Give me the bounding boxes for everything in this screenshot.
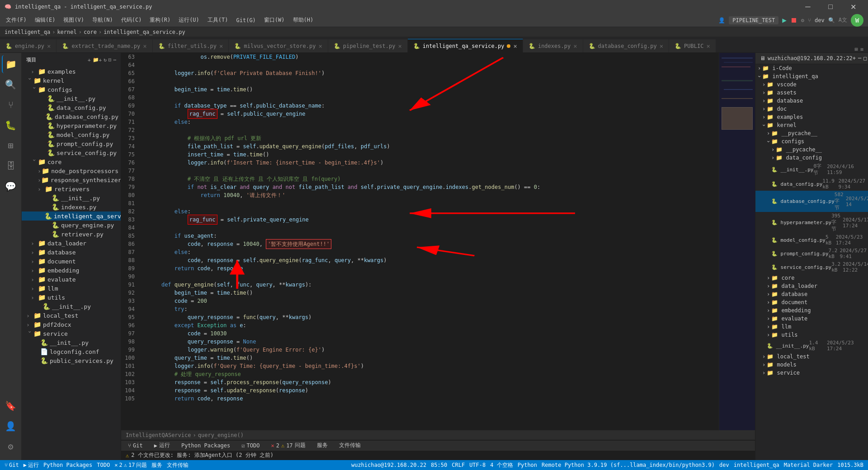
- menu-window[interactable]: 窗口(W): [260, 15, 288, 25]
- sidebar-item-llm[interactable]: › 📁 llm: [22, 284, 121, 293]
- remote-file-init[interactable]: 🐍 __init__.py 0字节 2024/4/16 11:59: [755, 162, 868, 177]
- sidebar-item-query-engine[interactable]: 🐍 query_engine.py: [22, 221, 121, 230]
- settings-icon[interactable]: ⚙: [801, 17, 804, 24]
- sidebar-item-document[interactable]: › 📁 document: [22, 257, 121, 266]
- theme-status[interactable]: Material Darker: [784, 462, 833, 468]
- sidebar-item-service[interactable]: › 📁 service: [22, 329, 121, 338]
- remote-item-models[interactable]: › 📁 models: [755, 361, 868, 369]
- sidebar-item-model-config[interactable]: 🐍 model_config.py: [22, 130, 121, 139]
- minimize-remote-icon[interactable]: ─: [858, 55, 861, 61]
- remote-item-core2[interactable]: › 📁 core: [755, 274, 868, 282]
- remote-item-local-test[interactable]: › 📁 local_test: [755, 352, 868, 361]
- branch-status[interactable]: dev: [719, 462, 729, 468]
- remote-item-data-config-folder[interactable]: › 📁 data_config: [755, 154, 868, 162]
- sidebar-item-utils[interactable]: › 📁 utils: [22, 293, 121, 302]
- expand-remote-icon[interactable]: □: [863, 55, 867, 61]
- split-icon[interactable]: ⊞: [855, 46, 858, 52]
- debug-icon[interactable]: 🐛: [2, 116, 20, 134]
- remote-file-service-config[interactable]: 🐍 service_config.py 3.2 kB 2024/5/14 12:…: [755, 260, 868, 274]
- tab-close-icon6[interactable]: ×: [513, 42, 517, 50]
- port-status[interactable]: 1015.3kB: [837, 462, 863, 468]
- search-activity-icon[interactable]: 🔍: [2, 75, 20, 94]
- sidebar-item-pdf2docx[interactable]: › 📁 pdf2docx: [22, 320, 121, 329]
- tab-milvus[interactable]: 🐍 milvus_vector_store.py ×: [229, 39, 328, 52]
- remote-item-doc[interactable]: › 📁 doc: [755, 105, 868, 113]
- tab-filter[interactable]: 🐍 filter_utils.py ×: [153, 39, 229, 52]
- database-icon[interactable]: 🗄: [2, 157, 20, 175]
- remote-item-database2[interactable]: › 📁 database: [755, 290, 868, 298]
- sidebar-item-prompt-config[interactable]: 🐍 prompt_config.py: [22, 139, 121, 148]
- remote-item-examples[interactable]: › 📁 examples: [755, 113, 868, 121]
- breadcrumb-core[interactable]: core: [84, 29, 97, 35]
- menu-nav[interactable]: 导航(N): [89, 15, 117, 25]
- refresh-icon[interactable]: ↻: [104, 57, 107, 63]
- tab-close-icon[interactable]: ×: [47, 42, 51, 50]
- tab-pipeline[interactable]: 🐍 pipeline_test.py ×: [328, 39, 408, 52]
- sidebar-item-service-init[interactable]: 🐍 __init__.py: [22, 338, 121, 347]
- sidebar-item-kernel[interactable]: › 📁 kernel: [22, 76, 121, 85]
- remote-item-database[interactable]: › 📁 database: [755, 97, 868, 105]
- minimize-button[interactable]: ─: [797, 0, 818, 14]
- remote-item-kernel[interactable]: › 📁 kernel: [755, 121, 868, 129]
- tab-close-icon2[interactable]: ×: [143, 42, 146, 50]
- code-editor-content[interactable]: os.remove(PRIVATE_FILE_FAILED) logger.in…: [144, 53, 719, 430]
- problems-status[interactable]: ✕ 2 ⚠ 17 问题: [114, 461, 147, 469]
- menu-run[interactable]: 运行(U): [175, 15, 203, 25]
- collapse-all-icon[interactable]: ⊟: [108, 57, 112, 63]
- stop-icon[interactable]: ⏹: [790, 16, 797, 24]
- sidebar-item-data-config[interactable]: 🐍 data_config.py: [22, 103, 121, 112]
- remote-item-data-loader[interactable]: › 📁 data_loader: [755, 282, 868, 290]
- sidebar-item-logconfig[interactable]: 📄 logconfig.conf: [22, 347, 121, 356]
- sidebar-item-init2[interactable]: 🐍 __init__.py: [22, 193, 121, 202]
- sidebar-item-retriever[interactable]: 🐍 retriever.py: [22, 230, 121, 239]
- remote-item-pycache1[interactable]: › 📁 __pycache__: [755, 129, 868, 137]
- remote-item-icode[interactable]: › 📁 i-Code: [755, 64, 868, 72]
- menu-edit[interactable]: 编辑(E): [31, 15, 59, 25]
- tab-close-icon8[interactable]: ×: [660, 42, 663, 50]
- tab-db-config[interactable]: 🐍 database_config.py ×: [583, 39, 669, 52]
- sidebar-item-public-services[interactable]: 🐍 public_services.py: [22, 356, 121, 365]
- git-activity-icon[interactable]: ⑂: [2, 96, 20, 114]
- running-toolbar-item[interactable]: ▶ 运行: [152, 442, 172, 449]
- pipeline-selector[interactable]: PIPELINE_TEST: [729, 16, 778, 24]
- transfer-status[interactable]: 文件传输: [167, 461, 189, 469]
- python-packages-status[interactable]: Python Packages: [43, 462, 92, 468]
- sidebar-item-data-loader[interactable]: › 📁 data_loader: [22, 239, 121, 248]
- todo-item[interactable]: ☑ TODO: [239, 442, 262, 449]
- bookmark-icon[interactable]: 🔖: [2, 397, 20, 415]
- remote-file-data-config[interactable]: 🐍 data_config.py 11.9 kB 2024/5/27 9:34: [755, 177, 868, 191]
- tab-extract[interactable]: 🐍 extract_trade_name.py ×: [57, 39, 152, 52]
- tab-close-icon5[interactable]: ×: [398, 42, 401, 50]
- line-ending-status[interactable]: CRLF: [452, 462, 465, 468]
- more-tabs-icon[interactable]: ≡: [860, 46, 863, 52]
- remote-file-model-config[interactable]: 🐍 model_config.py 5 kB 2024/5/23 17:24: [755, 233, 868, 247]
- settings-activity-icon[interactable]: ⚙: [2, 437, 20, 456]
- git-status[interactable]: ⑂ Git: [5, 462, 19, 468]
- sidebar-item-core[interactable]: › 📁 core: [22, 157, 121, 166]
- remote-item-intelligent-qa[interactable]: › 📁 intelligent_qa: [755, 72, 868, 80]
- sidebar-item-evaluate[interactable]: › 📁 evaluate: [22, 275, 121, 284]
- todo-status[interactable]: TODO: [97, 462, 110, 468]
- sidebar-item-init3[interactable]: 🐍 __init__.py: [22, 302, 121, 311]
- search-icon[interactable]: 🔍: [828, 17, 835, 24]
- remote-item-utils[interactable]: › 📁 utils: [755, 331, 868, 339]
- remote-file-db-config[interactable]: 🐍 database_config.py 582 字节 2024/5/27 14: [755, 191, 868, 212]
- run-status[interactable]: ▶ 运行: [24, 461, 39, 469]
- menu-refactor[interactable]: 重构(R): [146, 15, 174, 25]
- close-button[interactable]: ✕: [843, 0, 863, 14]
- remote-item-pycache2[interactable]: › 📁 __pycache__: [755, 146, 868, 154]
- breadcrumb-file[interactable]: intelligent_qa_service.py: [104, 29, 185, 35]
- tab-indexes[interactable]: 🐍 indexes.py ×: [523, 39, 583, 52]
- remote-item-evaluate[interactable]: › 📁 evaluate: [755, 315, 868, 323]
- run-icon[interactable]: ▶: [782, 16, 787, 24]
- breadcrumb-kernel[interactable]: kernel: [57, 29, 76, 35]
- explorer-icon[interactable]: 📁: [2, 55, 20, 73]
- git-toolbar-item[interactable]: ⑂ Git: [126, 442, 145, 449]
- encoding-status[interactable]: UTF-8: [469, 462, 486, 468]
- tab-engine[interactable]: 🐍 engine.py ×: [0, 39, 57, 52]
- remote-item-document[interactable]: › 📁 document: [755, 298, 868, 306]
- menu-git[interactable]: Git(G): [233, 16, 259, 24]
- interpreter-status[interactable]: Remote Python 3.9.19 (sf...llama_index/b…: [542, 462, 715, 468]
- sidebar-item-retrievers[interactable]: › 📁 retrievers: [22, 184, 121, 193]
- chat-icon[interactable]: 💬: [2, 177, 20, 195]
